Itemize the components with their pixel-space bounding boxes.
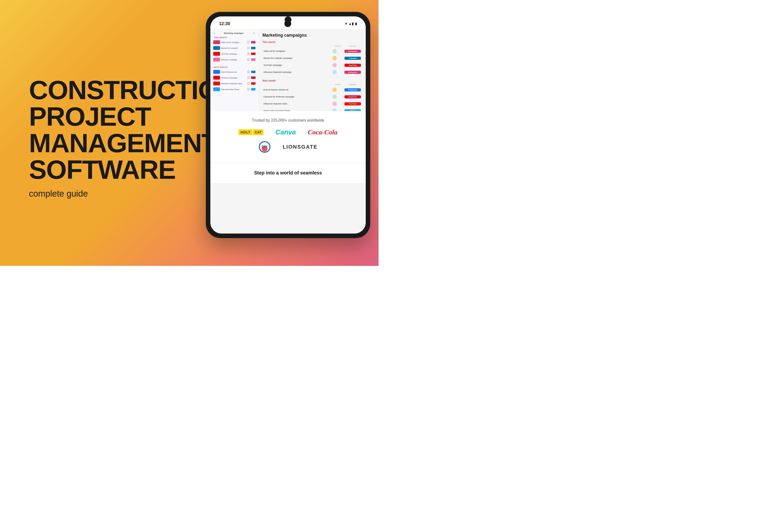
sidebar-next-month-label: Next month <box>214 66 257 68</box>
sidebar-item-linkedin[interactable]: Banner for LinkedIn <box>212 46 257 51</box>
channel-badge-youtube2: YouTube <box>345 102 361 106</box>
avatar <box>332 49 337 53</box>
sidebar-title: Marketing campaigns <box>224 32 244 34</box>
channel-mini-badge <box>251 52 256 55</box>
canva-logo-text: Canva <box>276 128 296 136</box>
cat-logo-text: CAT <box>253 129 263 135</box>
col-header-owner: Owner <box>332 45 344 47</box>
channel-badge-facebook: Facebook <box>345 88 361 91</box>
table-row[interactable]: End-of-Season Stories ad Facebook <box>262 87 362 93</box>
avatar <box>332 109 337 111</box>
campaign-name-tweet: Yearly sale promoted Tweet <box>263 110 332 111</box>
sidebar-item-text: Influencer featured video <box>221 82 246 85</box>
status-time: 12:30 <box>219 21 230 26</box>
avatar <box>332 88 337 92</box>
phone-frame: 12:30 ▾ ▲▮ ▮ ‹ <box>206 12 370 238</box>
table-row[interactable]: Banner for LinkedIn campaign LinkedIn <box>262 55 362 61</box>
sidebar-item-text: Sale promoted Tweet <box>221 88 246 90</box>
channel-mini-badge <box>251 71 256 73</box>
campaign-name: YouTube campaign <box>263 64 332 66</box>
campaign-name: Influencer featured video <box>263 103 332 105</box>
table-row[interactable]: Carousel for Pinterest campaign Pinteres… <box>262 94 362 100</box>
page-background: CONSTRUCTION PROJECT MANAGEMENT SOFTWARE… <box>0 0 378 266</box>
channel-mini-badge <box>251 41 256 44</box>
table-row[interactable]: Yearly sale promoted Tweet Twitter <box>262 108 362 111</box>
channel-badge-linkedin: LinkedIn <box>345 57 361 60</box>
avatar-small <box>247 88 250 91</box>
logos-row-2: OXY LIONSGATE <box>218 141 358 153</box>
avatar <box>332 56 337 60</box>
canva-logo: Canva <box>276 128 296 136</box>
sidebar-back-icon[interactable]: ‹ <box>214 32 214 35</box>
sidebar-more-icon[interactable]: ··· <box>253 32 255 35</box>
color-block-facebook <box>213 70 220 74</box>
phone-section: 12:30 ▾ ▲▮ ▮ ‹ <box>197 12 378 266</box>
table-headers-next-month: Owner Channel <box>262 83 362 86</box>
signal-icon: ▲▮ <box>348 22 354 26</box>
table-headers-this-month: Owner Channel <box>262 45 362 47</box>
avatar-small <box>247 76 250 79</box>
channel-badge-instagram2: Instagram <box>345 71 361 74</box>
oxy-circle-wrapper: OXY <box>258 141 271 153</box>
hero-subtitle: complete guide <box>29 189 145 199</box>
avatar-small <box>247 41 250 44</box>
campaign-name: Carousel for Pinterest campaign <box>263 96 332 98</box>
col-header-channel: Channel <box>344 45 361 47</box>
color-block-pinterest <box>213 76 220 79</box>
avatar-small <box>247 58 250 61</box>
table-row[interactable]: YouTube campaign YouTube <box>262 62 362 68</box>
color-block-instagram <box>213 40 220 44</box>
app-main-title: Marketing campaigns <box>262 33 362 38</box>
avatar <box>332 102 337 106</box>
channel-mini-badge <box>251 88 256 90</box>
color-block-influencer-video <box>213 81 220 85</box>
avatar <box>332 95 337 99</box>
trusted-section: Trusted by 225,000+ customers worldwide … <box>210 111 366 163</box>
sidebar-item-text: Banner for LinkedIn <box>221 47 246 49</box>
app-split-view: ‹ Marketing campaigns ··· This month Vid… <box>210 29 366 111</box>
phone-wrapper: 12:30 ▾ ▲▮ ▮ ‹ <box>206 12 370 238</box>
sidebar-item-youtube[interactable]: YouTube campaig... <box>212 51 257 56</box>
next-month-section-label: Next month <box>262 79 362 82</box>
color-block-influence <box>213 58 220 62</box>
sidebar-item-pinterest[interactable]: Pinterest campaign <box>212 75 257 80</box>
col-header-owner2: Owner <box>332 83 344 86</box>
campaign-name: End-of-Season Stories ad <box>263 88 332 91</box>
section-divider <box>262 77 362 78</box>
channel-mini-badge <box>251 77 256 79</box>
table-row[interactable]: Influencer featured campaign Instagram <box>262 69 362 75</box>
avatar <box>332 63 337 67</box>
channel-mini-badge <box>251 58 256 61</box>
sidebar-item-facebook[interactable]: End-of-Season ad <box>212 69 257 75</box>
bottom-title: Step into a world of seamless <box>218 170 358 176</box>
avatar <box>332 70 337 74</box>
sidebar-item-influence[interactable]: Influence campaig... <box>212 57 257 62</box>
lionsgate-logo: LIONSGATE <box>283 144 318 150</box>
avatar-small <box>247 70 250 74</box>
this-month-section-label: This month <box>262 41 362 44</box>
battery-icon: ▮ <box>355 22 357 26</box>
table-row[interactable]: Influencer featured video YouTube <box>262 101 362 107</box>
sidebar-item-text: Influence campaig... <box>221 59 246 61</box>
sidebar-item-video-instagram[interactable]: Video ad for Instagra... <box>212 40 257 45</box>
oxy-circle-svg: OXY <box>258 141 271 153</box>
avatar-small <box>247 46 250 50</box>
holt-logo-text: HOLT <box>239 129 252 135</box>
hero-title: CONSTRUCTION PROJECT MANAGEMENT SOFTWARE <box>29 77 145 183</box>
sidebar-item-text: End-of-Season ad <box>221 71 246 73</box>
logos-row-1: HOLT CAT Canva Coca-Cola <box>218 128 358 136</box>
color-block-twitter <box>213 87 220 91</box>
campaign-name: Banner for LinkedIn campaign <box>263 57 332 59</box>
coca-cola-logo: Coca-Cola <box>308 128 338 136</box>
sidebar-item-tweet[interactable]: Sale promoted Tweet <box>212 87 257 92</box>
channel-badge-youtube: YouTube <box>345 64 361 67</box>
col-header-name <box>263 45 332 47</box>
phone-screen: 12:30 ▾ ▲▮ ▮ ‹ <box>210 16 366 234</box>
table-row[interactable]: Video ad for Instagram Instagram <box>262 48 362 54</box>
channel-mini-badge <box>251 82 256 85</box>
color-block-linkedin <box>213 46 220 50</box>
sidebar-item-text: Video ad for Instagra... <box>221 41 246 44</box>
holt-cat-logo: HOLT CAT <box>239 129 263 135</box>
sidebar-item-text: Pinterest campaign <box>221 77 246 79</box>
sidebar-item-influencer-video[interactable]: Influencer featured video <box>212 81 257 86</box>
